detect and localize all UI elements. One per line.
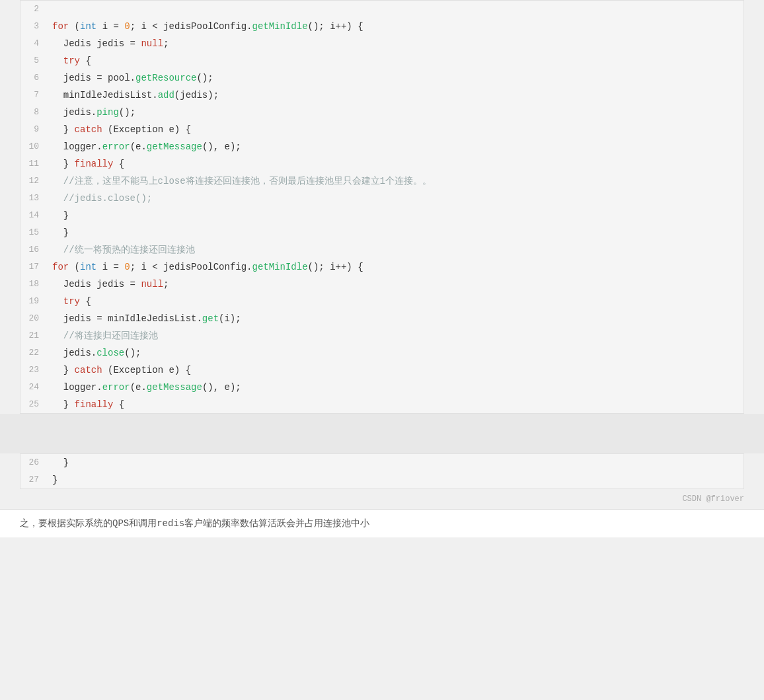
line-number: 21 xyxy=(20,327,47,344)
code-token: int xyxy=(80,21,96,32)
code-token: try xyxy=(63,296,80,307)
table-row: 7 minIdleJedisList.add(jedis); xyxy=(20,87,744,104)
line-number: 7 xyxy=(20,87,47,104)
table-row: 21 //将连接归还回连接池 xyxy=(20,327,744,344)
code-token: for xyxy=(52,262,69,272)
line-code: } catch (Exception e) { xyxy=(47,121,744,138)
line-code: try { xyxy=(47,52,744,69)
code-token: } xyxy=(52,210,69,221)
code-token: ; xyxy=(163,279,169,290)
table-row: 4 Jedis jedis = null; xyxy=(20,35,744,52)
bottom-text: 之，要根据实际系统的QPS和调用redis客户端的频率数估算活跃会并占用连接池中… xyxy=(0,509,764,537)
line-number: 24 xyxy=(20,379,47,396)
table-row: 16 //统一将预热的连接还回连接池 xyxy=(20,241,744,258)
table-row: 3for (int i = 0; i < jedisPoolConfig.get… xyxy=(20,18,744,35)
table-row: 15 } xyxy=(20,224,744,241)
line-code: logger.error(e.getMessage(), e); xyxy=(47,138,744,155)
table-row: 12 //注意，这里不能马上close将连接还回连接池，否则最后连接池里只会建立… xyxy=(20,173,744,190)
line-code: //将连接归还回连接池 xyxy=(47,327,744,344)
line-number: 12 xyxy=(20,173,47,190)
code-token: (); xyxy=(124,348,141,358)
line-number: 9 xyxy=(20,121,47,138)
code-token xyxy=(52,56,63,66)
line-number: 17 xyxy=(20,258,47,276)
table-row: 27} xyxy=(20,471,744,488)
code-token: ; i < jedisPoolConfig. xyxy=(130,262,252,272)
code-token: { xyxy=(80,296,91,307)
code-token: Jedis jedis = xyxy=(52,38,141,49)
code-token: { xyxy=(113,399,124,410)
line-number: 22 xyxy=(20,344,47,362)
table-row: 19 try { xyxy=(20,293,744,310)
code-token: getResource xyxy=(135,73,196,83)
line-code: //jedis.close(); xyxy=(47,190,744,207)
code-token: ; i < jedisPoolConfig. xyxy=(130,21,252,32)
code-token: (); i++) { xyxy=(308,262,363,272)
line-code: jedis.ping(); xyxy=(47,104,744,121)
line-code: jedis.close(); xyxy=(47,344,744,362)
line-code: jedis = minIdleJedisList.get(i); xyxy=(47,310,744,327)
code-token: catch xyxy=(75,365,102,375)
table-row: 8 jedis.ping(); xyxy=(20,104,744,121)
code-token: i = xyxy=(96,21,124,32)
table-row: 22 jedis.close(); xyxy=(20,344,744,362)
footer: CSDN @friover xyxy=(0,489,764,509)
table-row: 14 } xyxy=(20,207,744,224)
code-token: } xyxy=(52,399,75,410)
code-token: Jedis jedis = xyxy=(52,279,141,290)
code-token: catch xyxy=(75,124,102,135)
line-number: 14 xyxy=(20,207,47,224)
code-token: null xyxy=(141,279,163,290)
table-row: 2 xyxy=(20,1,744,18)
line-number: 11 xyxy=(20,155,47,173)
line-number: 26 xyxy=(20,454,47,471)
code-token: error xyxy=(102,141,130,152)
table-row: 13 //jedis.close(); xyxy=(20,190,744,207)
table-row: 24 logger.error(e.getMessage(), e); xyxy=(20,379,744,396)
bottom-text-content: 之，要根据实际系统的QPS和调用redis客户端的频率数估算活跃会并占用连接池中… xyxy=(20,518,369,529)
code-block-top: 23for (int i = 0; i < jedisPoolConfig.ge… xyxy=(20,0,744,414)
code-token: int xyxy=(80,262,96,272)
code-token: //将连接归还回连接池 xyxy=(52,331,158,341)
line-code: } finally { xyxy=(47,155,744,173)
code-token: jedis = pool. xyxy=(52,73,135,83)
table-row: 10 logger.error(e.getMessage(), e); xyxy=(20,138,744,155)
code-token: 0 xyxy=(124,21,130,32)
code-token: getMinIdle xyxy=(252,262,308,272)
code-token: ( xyxy=(69,21,80,32)
code-token: //注意，这里不能马上close将连接还回连接池，否则最后连接池里只会建立1个连… xyxy=(52,176,432,186)
line-number: 13 xyxy=(20,190,47,207)
line-code: try { xyxy=(47,293,744,310)
code-token: try xyxy=(63,56,80,66)
code-token: getMinIdle xyxy=(252,21,308,32)
code-token: (i); xyxy=(219,313,241,324)
code-token: (); xyxy=(196,73,213,83)
code-token: (e. xyxy=(130,382,147,393)
section-separator xyxy=(0,414,764,453)
table-row: 20 jedis = minIdleJedisList.get(i); xyxy=(20,310,744,327)
line-number: 15 xyxy=(20,224,47,241)
code-token: (), e); xyxy=(202,382,241,393)
line-number: 10 xyxy=(20,138,47,155)
line-code: for (int i = 0; i < jedisPoolConfig.getM… xyxy=(47,258,744,276)
code-table-top: 23for (int i = 0; i < jedisPoolConfig.ge… xyxy=(20,1,744,413)
code-token: add xyxy=(158,90,174,100)
table-row: 17for (int i = 0; i < jedisPoolConfig.ge… xyxy=(20,258,744,276)
line-number: 3 xyxy=(20,18,47,35)
code-token: jedis = minIdleJedisList. xyxy=(52,313,202,324)
code-token: { xyxy=(113,159,124,169)
table-row: 26 } xyxy=(20,454,744,471)
line-number: 16 xyxy=(20,241,47,258)
code-token: } xyxy=(52,124,75,135)
code-token: jedis. xyxy=(52,107,96,118)
code-token: i = xyxy=(96,262,124,272)
line-number: 23 xyxy=(20,362,47,379)
line-number: 4 xyxy=(20,35,47,52)
line-code xyxy=(47,1,744,18)
code-token: (jedis); xyxy=(174,90,219,100)
line-code: } xyxy=(47,207,744,224)
line-code: jedis = pool.getResource(); xyxy=(47,69,744,87)
line-code: //注意，这里不能马上close将连接还回连接池，否则最后连接池里只会建立1个连… xyxy=(47,173,744,190)
code-token: } xyxy=(52,159,75,169)
line-number: 25 xyxy=(20,396,47,413)
